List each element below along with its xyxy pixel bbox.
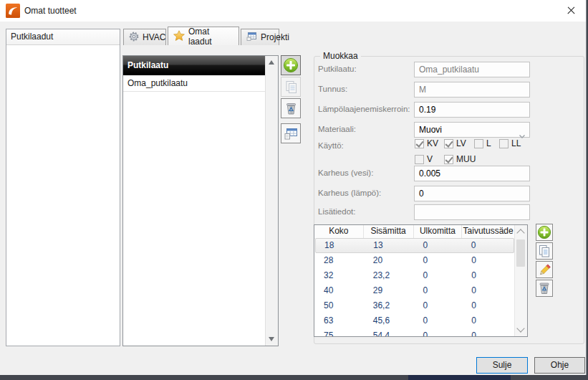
table-cell: 0 bbox=[462, 253, 515, 268]
scroll-up-icon[interactable] bbox=[269, 60, 274, 65]
table-row[interactable]: 282000 bbox=[314, 253, 515, 268]
list-item[interactable]: Oma_putkilaatu bbox=[123, 75, 266, 92]
table-cell: 0 bbox=[462, 268, 515, 283]
table-row[interactable]: 6345,600 bbox=[314, 313, 515, 328]
table-cell: 0 bbox=[414, 283, 463, 298]
table-row[interactable]: 3223,200 bbox=[314, 268, 515, 283]
putkilaatu-input[interactable] bbox=[414, 62, 530, 77]
plus-icon bbox=[283, 57, 299, 73]
tunnus-label: Tunnus: bbox=[318, 85, 347, 93]
tab-omat-laadut-label: Omat laadut bbox=[188, 27, 233, 47]
table-cell: 0 bbox=[414, 328, 463, 337]
table-cell: 0 bbox=[414, 268, 463, 283]
table-cell: 63 bbox=[314, 313, 364, 328]
roughness-heat-label: Karheus (lämpö): bbox=[318, 189, 381, 197]
pipe-qualities-header[interactable]: Putkilaadut bbox=[6, 29, 120, 45]
table-header-cell[interactable]: Sisämitta bbox=[364, 225, 414, 238]
table-cell: 54,4 bbox=[364, 328, 414, 337]
add-size-button[interactable] bbox=[536, 224, 553, 241]
table-cell: 0 bbox=[462, 283, 515, 298]
size-table[interactable]: KokoSisämittaUlkomittaTaivutussäde 18130… bbox=[314, 224, 528, 337]
table-cell: 0 bbox=[414, 313, 463, 328]
star-icon bbox=[173, 30, 185, 43]
checkbox-checked-icon[interactable] bbox=[415, 139, 424, 148]
checkbox-label: MUU bbox=[456, 154, 476, 164]
material-label: Materiaali: bbox=[318, 125, 356, 133]
checkbox-unchecked-icon[interactable] bbox=[499, 139, 509, 148]
checkbox-unchecked-icon[interactable] bbox=[415, 155, 424, 164]
usage-checkbox-muu[interactable]: MUU bbox=[444, 154, 476, 164]
scroll-down-icon[interactable] bbox=[516, 324, 524, 332]
table-row[interactable]: 181300 bbox=[315, 238, 514, 253]
checkbox-label: KV bbox=[427, 138, 438, 148]
list-item[interactable]: Putkilaatu bbox=[123, 56, 266, 75]
table-cell: 40 bbox=[314, 283, 364, 298]
thermal-expansion-input[interactable] bbox=[414, 102, 530, 118]
table-icon bbox=[246, 32, 257, 43]
table-header-cell[interactable]: Ulkomitta bbox=[414, 225, 463, 238]
tab-projekti[interactable]: Projekti bbox=[241, 29, 279, 45]
size-table-header[interactable]: KokoSisämittaUlkomittaTaivutussäde bbox=[314, 225, 515, 239]
table-cell: 50 bbox=[314, 298, 364, 313]
list-scrollbar[interactable] bbox=[265, 56, 278, 346]
checkbox-checked-icon[interactable] bbox=[444, 139, 453, 148]
table-cell: 28 bbox=[314, 253, 364, 268]
tab-omat-laadut[interactable]: Omat laadut bbox=[168, 27, 239, 45]
usage-checkbox-lv[interactable]: LV bbox=[444, 138, 466, 148]
tab-hvac[interactable]: HVAC bbox=[123, 29, 166, 45]
table-doc-icon bbox=[284, 127, 299, 141]
title-bar[interactable]: Omat tuotteet bbox=[0, 0, 586, 22]
window-title: Omat tuotteet bbox=[24, 6, 77, 16]
edit-size-button[interactable] bbox=[536, 261, 553, 278]
edit-group-title: Muokkaa bbox=[320, 51, 361, 61]
roughness-heat-input[interactable] bbox=[414, 186, 530, 201]
table-cell: 32 bbox=[314, 268, 364, 283]
table-row[interactable]: 402900 bbox=[314, 283, 515, 298]
tab-projekti-label: Projekti bbox=[261, 32, 289, 42]
quality-list[interactable]: PutkilaatuOma_putkilaatu bbox=[122, 55, 279, 346]
table-row[interactable]: 7554,400 bbox=[314, 328, 515, 337]
delete-quality-button[interactable] bbox=[281, 98, 301, 118]
table-cell: 36,2 bbox=[364, 298, 414, 313]
table-header-cell[interactable]: Taivutussäde bbox=[462, 225, 515, 238]
help-button[interactable]: Ohje bbox=[534, 357, 585, 374]
background-strip bbox=[0, 375, 588, 380]
additional-info-input[interactable] bbox=[414, 204, 530, 220]
usage-checkbox-ll[interactable]: LL bbox=[499, 138, 521, 148]
delete-size-button[interactable] bbox=[536, 280, 553, 297]
pipe-qualities-panel[interactable]: Putkilaadut bbox=[6, 29, 120, 346]
checkbox-label: LL bbox=[511, 138, 521, 148]
checkbox-checked-icon[interactable] bbox=[444, 155, 453, 164]
copy-icon bbox=[538, 244, 551, 257]
checkbox-unchecked-icon[interactable] bbox=[474, 139, 483, 148]
material-select[interactable]: Muovi bbox=[414, 122, 530, 138]
copy-size-button[interactable] bbox=[536, 242, 553, 260]
scroll-up-icon[interactable] bbox=[516, 229, 524, 237]
table-row[interactable]: 5036,200 bbox=[314, 298, 515, 313]
dialog-window: Omat tuotteet Putkilaadut HVAC Omat laad… bbox=[0, 0, 587, 375]
copy-quality-button[interactable] bbox=[281, 77, 301, 97]
table-cell: 0 bbox=[462, 238, 514, 253]
usage-checkbox-kv[interactable]: KV bbox=[415, 138, 438, 148]
table-cell: 0 bbox=[462, 313, 515, 328]
table-cell: 45,6 bbox=[364, 313, 414, 328]
usage-checkbox-v[interactable]: V bbox=[415, 154, 433, 164]
chevron-down-icon bbox=[519, 128, 525, 132]
close-button[interactable] bbox=[564, 5, 577, 16]
export-quality-button[interactable] bbox=[281, 123, 301, 143]
close-dialog-button[interactable]: Sulje bbox=[476, 357, 528, 374]
table-cell: 20 bbox=[364, 253, 414, 268]
tab-hvac-label: HVAC bbox=[143, 32, 165, 42]
trash-icon bbox=[538, 282, 551, 295]
table-cell: 29 bbox=[364, 283, 414, 298]
table-scrollbar[interactable] bbox=[514, 225, 527, 336]
add-quality-button[interactable] bbox=[281, 55, 301, 75]
quality-list-items: PutkilaatuOma_putkilaatu bbox=[123, 56, 266, 346]
additional-info-label: Lisätiedot: bbox=[318, 207, 355, 216]
table-header-cell[interactable]: Koko bbox=[314, 225, 364, 238]
tunnus-input[interactable] bbox=[414, 82, 530, 98]
scrollbar-thumb[interactable] bbox=[516, 239, 525, 267]
roughness-water-input[interactable] bbox=[414, 166, 530, 181]
usage-checkbox-l[interactable]: L bbox=[474, 138, 491, 148]
scroll-down-icon[interactable] bbox=[269, 337, 274, 341]
